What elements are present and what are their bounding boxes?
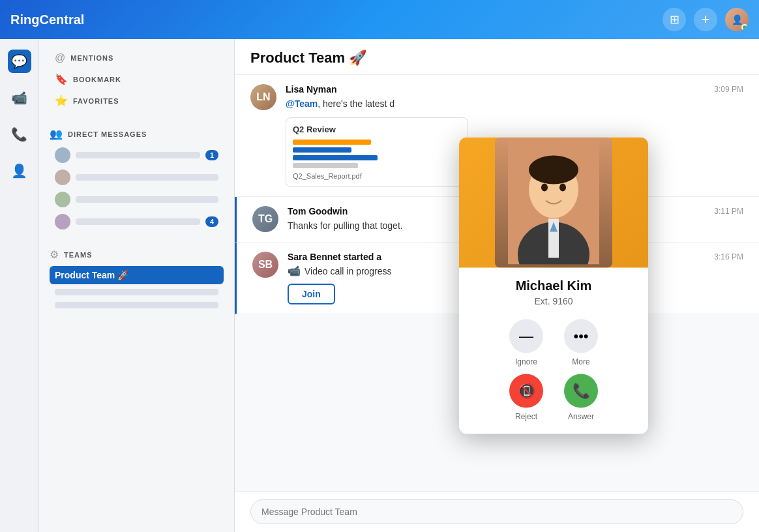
topnav: RingCentral ⊞ + 👤 (0, 0, 759, 39)
teams-label: TEAMS (64, 251, 93, 259)
ignore-icon: — (519, 328, 533, 345)
topnav-actions: ⊞ + 👤 (662, 8, 749, 31)
avatar: TG (252, 206, 278, 232)
svg-point-2 (529, 156, 578, 185)
ignore-action[interactable]: — Ignore (509, 319, 543, 366)
dm-item-2[interactable] (50, 166, 224, 188)
caller-info: Michael Kim Ext. 9160 (459, 268, 648, 312)
dm-label: DIRECT MESSAGES (68, 130, 147, 138)
attachment-title: Q2 Review (293, 125, 461, 134)
contacts-icon[interactable]: 👤 (8, 159, 31, 183)
message-input[interactable] (250, 499, 743, 524)
unread-badge: 4 (205, 216, 218, 227)
more-button[interactable]: ••• (564, 319, 598, 353)
avatar: LN (250, 84, 276, 110)
bookmark-label: BOOKMARK (73, 76, 121, 83)
caller-photo (459, 138, 648, 268)
caller-name: Michael Kim (469, 278, 638, 293)
placeholder (55, 302, 218, 308)
answer-button[interactable]: 📞 (564, 374, 598, 408)
teams-section: ⚙ TEAMS Product Team 🚀 (39, 235, 234, 314)
team-label: Product Team 🚀 (55, 270, 128, 280)
unread-badge: 1 (205, 150, 218, 160)
phone-icon[interactable]: 📞 (8, 123, 31, 146)
add-icon: + (702, 11, 710, 28)
placeholder (76, 152, 200, 158)
dm-item-1[interactable]: 1 (50, 144, 224, 166)
avatar (55, 170, 70, 185)
svg-point-3 (541, 184, 548, 192)
mentions-section: @ MENTIONS 🔖 BOOKMARK ⭐ FAVORITES (39, 39, 234, 115)
sidebar: @ MENTIONS 🔖 BOOKMARK ⭐ FAVORITES 👥 (39, 39, 235, 532)
dm-icon: 👥 (50, 128, 63, 140)
avatar: SB (252, 252, 278, 278)
bookmark-icon: 🔖 (55, 73, 68, 85)
sidebar-item-bookmark[interactable]: 🔖 BOOKMARK (50, 69, 224, 89)
chart-bar (293, 147, 351, 153)
call-primary-actions: 📵 Reject 📞 Answer (459, 374, 648, 434)
avatar (55, 147, 70, 163)
team-item-2[interactable] (50, 286, 224, 299)
user-avatar-button[interactable]: 👤 (725, 8, 749, 31)
dm-section: 👥 DIRECT MESSAGES 1 4 (39, 115, 234, 235)
ignore-label: Ignore (515, 357, 537, 366)
sender-name: Sara Bennet started a (288, 252, 381, 262)
more-action[interactable]: ••• More (564, 319, 598, 366)
main-layout: 💬 📹 📞 👤 @ MENTIONS 🔖 BOOKMARK ⭐ (0, 39, 759, 532)
attachment-filename: Q2_Sales_Report.pdf (293, 172, 461, 180)
mentions-label: MENTIONS (70, 54, 113, 62)
attachment-card: Q2 Review Q2_Sales_Report.pdf (286, 117, 468, 187)
message-text: @Team, here's the latest d (286, 97, 743, 111)
ignore-button[interactable]: — (509, 319, 543, 353)
sidebar-item-favorites[interactable]: ⭐ FAVORITES (50, 91, 224, 111)
call-secondary-actions: — Ignore ••• More (459, 312, 648, 374)
favorites-label: FAVORITES (73, 97, 119, 105)
bar-chart (293, 140, 461, 168)
answer-icon: 📞 (573, 383, 590, 400)
channel-title: Product Team 🚀 (250, 50, 743, 66)
dm-item-3[interactable] (50, 188, 224, 211)
answer-label: Answer (568, 412, 594, 421)
svg-point-4 (559, 184, 566, 192)
favorites-icon: ⭐ (55, 95, 68, 107)
placeholder (76, 174, 218, 181)
reject-button[interactable]: 📵 (509, 374, 543, 408)
dm-header: 👥 DIRECT MESSAGES (50, 123, 224, 144)
message-input-bar (235, 491, 759, 532)
teams-header: ⚙ TEAMS (50, 243, 224, 265)
more-icon: ••• (573, 328, 588, 345)
channel-header: Product Team 🚀 (235, 39, 759, 75)
message-time: 3:09 PM (714, 85, 743, 94)
team-item-3[interactable] (50, 299, 224, 312)
messaging-icon[interactable]: 💬 (8, 50, 31, 73)
sender-name: Lisa Nyman (286, 84, 337, 95)
message-time: 3:11 PM (714, 207, 743, 216)
join-button[interactable]: Join (288, 284, 335, 304)
content-area: Product Team 🚀 LN Lisa Nyman 3:09 PM @Te… (235, 39, 759, 532)
add-button[interactable]: + (694, 8, 717, 31)
chart-bar (293, 163, 358, 168)
apps-icon: ⊞ (670, 12, 679, 27)
reject-action[interactable]: 📵 Reject (509, 374, 543, 421)
chart-bar (293, 140, 371, 145)
avatar (55, 214, 70, 229)
video-label: Video call in progress (305, 266, 392, 276)
placeholder (76, 218, 200, 225)
icon-rail: 💬 📹 📞 👤 (0, 39, 39, 532)
reject-label: Reject (515, 412, 537, 421)
sidebar-item-mentions[interactable]: @ MENTIONS (50, 48, 224, 68)
chart-bar (293, 155, 378, 160)
dm-item-4[interactable]: 4 (50, 211, 224, 233)
video-icon: 📹 (288, 265, 301, 277)
teams-icon: ⚙ (50, 248, 59, 261)
more-label: More (572, 357, 589, 366)
caller-image (508, 141, 599, 265)
sidebar-item-product-team[interactable]: Product Team 🚀 (50, 266, 224, 284)
reject-icon: 📵 (518, 383, 535, 400)
caller-ext: Ext. 9160 (469, 296, 638, 306)
placeholder (76, 196, 218, 203)
answer-action[interactable]: 📞 Answer (564, 374, 598, 421)
mentions-icon: @ (55, 52, 65, 64)
video-icon[interactable]: 📹 (8, 86, 31, 110)
apps-button[interactable]: ⊞ (662, 8, 686, 31)
